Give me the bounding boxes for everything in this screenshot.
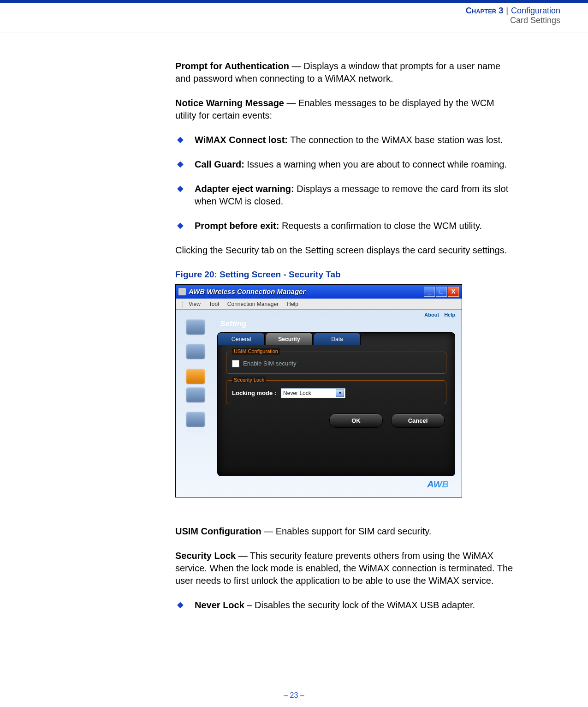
list-item: Prompt before exit: Requests a confirmat…	[175, 220, 514, 232]
locking-mode-select[interactable]: Never Lock ▾	[281, 388, 345, 398]
menu-tool[interactable]: Tool	[209, 300, 219, 308]
paragraph-prompt-auth: Prompt for Authentication — Displays a w…	[175, 60, 514, 85]
network-icon	[186, 388, 205, 402]
checkbox-label: Enable SIM security	[243, 359, 297, 368]
group-usim: USIM Configuration Enable SIM security	[226, 352, 446, 374]
minimize-button[interactable]: _	[424, 287, 435, 297]
section-label: Configuration	[511, 6, 560, 16]
chapter-label: Chapter 3	[466, 6, 503, 16]
page-header: Chapter 3 | Configuration	[0, 3, 588, 16]
checkbox-row: Enable SIM security	[232, 359, 440, 368]
lead-term: Prompt before exit:	[195, 221, 279, 231]
sidebar-label: Connect	[178, 336, 214, 342]
top-links: About Help	[424, 312, 455, 318]
paragraph-notice-warning: Notice Warning Message — Enables message…	[175, 97, 514, 122]
tab-security[interactable]: Security	[266, 333, 313, 345]
sidebar-label: Profile	[178, 360, 214, 366]
chevron-down-icon: ▾	[336, 389, 344, 397]
cancel-button[interactable]: Cancel	[391, 413, 445, 428]
window-title: AWB Wireless Connection Manager	[189, 287, 305, 296]
gear-icon	[186, 369, 205, 384]
list-item: Call Guard: Issues a warning when you ar…	[175, 158, 514, 171]
setting-heading: Setting	[220, 319, 455, 330]
app-window: AWB Wireless Connection Manager _ □ X ⋮ …	[175, 284, 462, 497]
paragraph-security-intro: Clicking the Security tab on the Setting…	[175, 244, 514, 257]
para-text: — Enables support for SIM card security.	[261, 526, 432, 536]
brand-area: AWB	[217, 476, 455, 491]
locking-mode-label: Locking mode :	[232, 389, 276, 397]
sidebar: Connect Profile Network	[176, 310, 215, 494]
menu-view[interactable]: View	[189, 300, 201, 308]
header-separator: |	[503, 6, 511, 16]
settings-panel: General Security Data USIM Configuration…	[217, 332, 455, 476]
bullet-list-2: Never Lock – Disables the security lock …	[175, 599, 514, 611]
link-about[interactable]: About	[424, 312, 439, 318]
sidebar-item-profile[interactable]: Profile	[178, 344, 214, 366]
toolbar-grip-icon: ⋮	[179, 300, 185, 308]
lead-term: Call Guard:	[195, 159, 244, 169]
lead-term: WiMAX Connect lost:	[195, 135, 288, 145]
paragraph-security-lock: Security Lock — This security feature pr…	[175, 550, 514, 587]
app-icon	[178, 288, 186, 295]
connect-icon	[186, 320, 205, 335]
client-area: About Help Connect Profile	[176, 310, 462, 497]
paragraph-usim-config: USIM Configuration — Enables support for…	[175, 525, 514, 538]
maximize-button[interactable]: □	[436, 287, 447, 297]
lead-term: Adapter eject warning:	[195, 184, 294, 194]
sidebar-item-statistics[interactable]: Statistics	[178, 412, 214, 434]
tab-strip: General Security Data	[218, 333, 455, 345]
group-security-lock: Security Lock Locking mode : Never Lock …	[226, 380, 446, 404]
bullet-list-1: WiMAX Connect lost: The connection to th…	[175, 134, 514, 232]
sidebar-item-settings[interactable]	[178, 369, 214, 385]
main-area: Setting General Security Data USIM Confi…	[215, 310, 462, 494]
sidebar-item-network[interactable]: Network	[178, 388, 214, 410]
sidebar-label: Network	[178, 403, 214, 410]
lead-term: USIM Configuration	[175, 526, 261, 536]
titlebar-left: AWB Wireless Connection Manager	[178, 287, 305, 296]
menubar: ⋮ View Tool Connection Manager Help	[176, 299, 462, 310]
ok-button[interactable]: OK	[329, 413, 383, 428]
item-text: The connection to the WiMAX base station…	[288, 135, 503, 145]
top-rule	[0, 0, 588, 3]
content-column: Prompt for Authentication — Displays a w…	[175, 60, 514, 611]
titlebar[interactable]: AWB Wireless Connection Manager _ □ X	[176, 285, 462, 299]
button-row: OK Cancel	[218, 407, 455, 428]
statistics-icon	[186, 412, 205, 427]
list-item: Never Lock – Disables the security lock …	[175, 599, 514, 611]
item-text: Issues a warning when you are about to c…	[244, 159, 507, 169]
lead-term: Notice Warning Message	[175, 98, 284, 108]
window-controls: _ □ X	[424, 287, 459, 297]
enable-sim-checkbox[interactable]	[232, 360, 239, 367]
locking-mode-row: Locking mode : Never Lock ▾	[232, 388, 440, 398]
tab-data[interactable]: Data	[314, 333, 361, 345]
close-button[interactable]: X	[448, 287, 459, 297]
item-text: Requests a confirmation to close the WCM…	[279, 221, 482, 231]
sidebar-label: Statistics	[178, 428, 214, 434]
group-legend: Security Lock	[232, 377, 266, 383]
brand-logo: AWB	[427, 479, 449, 489]
page-subheader: Card Settings	[0, 16, 588, 30]
lead-term: Prompt for Authentication	[175, 61, 289, 71]
lead-term: Never Lock	[195, 600, 244, 610]
list-item: Adapter eject warning: Displays a messag…	[175, 183, 514, 208]
select-value: Never Lock	[283, 389, 311, 397]
sidebar-item-connect[interactable]: Connect	[178, 320, 214, 342]
menu-help[interactable]: Help	[287, 300, 298, 308]
list-item: WiMAX Connect lost: The connection to th…	[175, 134, 514, 146]
subsection-label: Card Settings	[510, 16, 560, 25]
group-legend: USIM Configuration	[232, 348, 280, 355]
profile-icon	[186, 344, 205, 359]
tab-general[interactable]: General	[218, 333, 265, 345]
page-number: – 23 –	[0, 691, 588, 700]
figure-caption: Figure 20: Setting Screen - Security Tab	[175, 269, 514, 281]
thin-rule	[0, 32, 588, 32]
lead-term: Security Lock	[175, 551, 236, 561]
link-help[interactable]: Help	[444, 312, 455, 318]
item-text: – Disables the security lock of the WiMA…	[244, 600, 475, 610]
menu-connection-manager[interactable]: Connection Manager	[227, 300, 279, 308]
